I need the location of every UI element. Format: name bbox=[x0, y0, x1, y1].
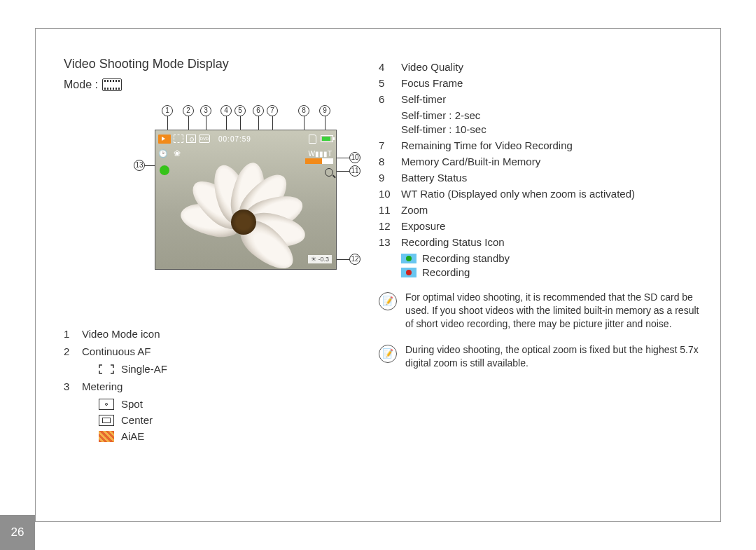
legend-rec-status: Recording Status Icon bbox=[401, 236, 505, 248]
center-metering-icon bbox=[99, 415, 114, 426]
mode-line: Mode : bbox=[64, 78, 337, 91]
self-timer-2sec: Self-timer : 2-sec bbox=[401, 109, 699, 121]
status-standby: Recording standby bbox=[422, 252, 510, 264]
callout-13: 13 bbox=[134, 160, 145, 171]
legend-single-af: Single-AF bbox=[121, 363, 167, 375]
display-diagram: 1 2 3 4 5 6 7 8 9 13 bbox=[64, 98, 330, 315]
legend-self-timer: Self-timer bbox=[401, 93, 446, 105]
callout-12: 12 bbox=[349, 254, 360, 265]
legend-focus-frame: Focus Frame bbox=[401, 77, 463, 89]
page-title: Video Shooting Mode Display bbox=[64, 57, 337, 71]
page-frame: Video Shooting Mode Display Mode : 1 2 3… bbox=[35, 28, 721, 522]
note-zoom: 📝 During video shooting, the optical zoo… bbox=[379, 343, 699, 370]
callout-8: 8 bbox=[298, 105, 309, 116]
callout-9: 9 bbox=[319, 105, 330, 116]
standby-swatch bbox=[401, 254, 416, 263]
legend-remaining-time: Remaining Time for Video Recording bbox=[401, 139, 573, 151]
legend-memory: Memory Card/Built-in Memory bbox=[401, 156, 540, 167]
self-timer-10sec: Self-timer : 10-sec bbox=[401, 123, 699, 135]
single-af-icon bbox=[99, 364, 114, 374]
callout-10: 10 bbox=[349, 152, 360, 163]
camera-screen: DVD 00:07:59 🕑 ❀ W▮▮▮T ☀ -0.3 bbox=[155, 130, 337, 270]
callout-3: 3 bbox=[200, 105, 211, 116]
zoom-icon bbox=[325, 168, 333, 177]
left-column: Video Shooting Mode Display Mode : 1 2 3… bbox=[64, 57, 337, 446]
callout-2: 2 bbox=[183, 105, 194, 116]
wt-ratio-bar bbox=[305, 158, 333, 164]
legend-aiae: AiAE bbox=[121, 430, 144, 442]
callout-5: 5 bbox=[234, 105, 246, 116]
legend-metering: Metering bbox=[82, 380, 122, 392]
focus-frame-icon: ❀ bbox=[174, 149, 181, 158]
continuous-af-icon bbox=[174, 135, 183, 143]
zoom-label: W▮▮▮T bbox=[308, 150, 332, 158]
recording-swatch bbox=[401, 268, 416, 277]
legend-exposure: Exposure bbox=[401, 220, 445, 232]
callout-7: 7 bbox=[267, 105, 278, 116]
note-2-text: During video shooting, the optical zoom … bbox=[405, 343, 699, 370]
legend-continuous-af: Continuous AF bbox=[82, 345, 150, 357]
metering-icon bbox=[186, 135, 196, 143]
sample-photo bbox=[183, 155, 302, 260]
callout-6: 6 bbox=[253, 105, 264, 116]
legend-wt-ratio: WT Ratio (Displayed only when zoom is ac… bbox=[401, 188, 635, 200]
callout-4: 4 bbox=[220, 105, 232, 116]
self-timer-icon: 🕑 bbox=[158, 149, 168, 158]
note-1-text: For optimal video shooting, it is recomm… bbox=[405, 291, 699, 331]
right-column: 4Video Quality 5Focus Frame 6Self-timer … bbox=[379, 57, 699, 446]
page-number: 26 bbox=[0, 515, 35, 550]
callout-1: 1 bbox=[162, 105, 173, 116]
legend-center: Center bbox=[121, 414, 153, 426]
status-recording: Recording bbox=[422, 266, 470, 278]
mode-label: Mode : bbox=[64, 78, 98, 91]
exposure-readout: ☀ -0.3 bbox=[308, 255, 332, 263]
legend-battery: Battery Status bbox=[401, 172, 467, 184]
video-mode-icon bbox=[158, 135, 171, 144]
legend-video-mode: Video Mode icon bbox=[82, 328, 160, 340]
note-sd-card: 📝 For optimal video shooting, it is reco… bbox=[379, 291, 699, 331]
movie-mode-icon bbox=[102, 78, 122, 91]
legend-video-quality: Video Quality bbox=[401, 61, 463, 73]
remaining-time: 00:07:59 bbox=[218, 135, 251, 143]
legend-spot: Spot bbox=[121, 398, 143, 410]
recording-status-icon bbox=[160, 165, 169, 175]
note-icon: 📝 bbox=[379, 345, 397, 363]
memory-card-icon bbox=[309, 135, 316, 144]
callout-11: 11 bbox=[349, 165, 360, 177]
spot-metering-icon bbox=[99, 399, 114, 410]
aiae-metering-icon bbox=[99, 431, 114, 442]
legend-zoom: Zoom bbox=[401, 204, 428, 216]
video-quality-icon: DVD bbox=[199, 135, 210, 143]
note-icon: 📝 bbox=[379, 292, 397, 310]
left-legend: 1Video Mode icon 2Continuous AF Single-A… bbox=[64, 328, 337, 442]
battery-icon bbox=[321, 135, 333, 142]
